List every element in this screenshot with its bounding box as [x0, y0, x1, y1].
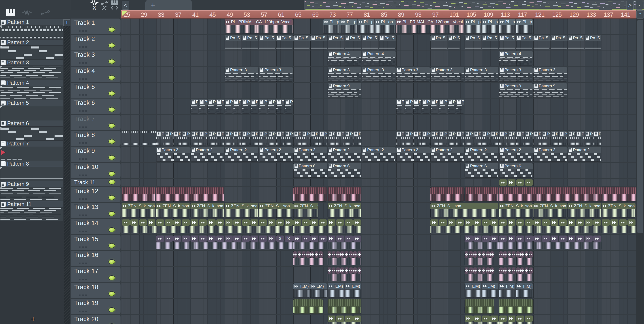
track-enable-led[interactable]	[108, 275, 115, 281]
pattern-item[interactable]: Pattern 1	[0, 19, 63, 39]
track-enable-led[interactable]	[108, 195, 115, 200]
clip-header[interactable]: Pa..1	[508, 131, 516, 137]
clip[interactable]: Pattern 6	[294, 163, 327, 177]
clip[interactable]: Pa..1	[259, 99, 267, 113]
clip-header[interactable]: ZEN_S..k_soa	[225, 203, 258, 209]
clip-header[interactable]: Pattern 3	[533, 67, 567, 73]
clip[interactable]: PL_PRIMAL_CA..120bpm_Vocal	[396, 19, 464, 33]
clip[interactable]	[430, 219, 438, 226]
clip[interactable]	[319, 251, 323, 258]
clip[interactable]	[508, 236, 516, 242]
clip[interactable]	[259, 219, 267, 226]
clip-header[interactable]: Pa..5	[516, 35, 533, 41]
clip[interactable]: P..1	[593, 131, 601, 145]
add-pattern-button[interactable]: +	[26, 315, 40, 323]
clip[interactable]: Pa..1	[508, 131, 516, 145]
clip[interactable]: Pa..1	[294, 131, 301, 145]
clip-header[interactable]: Pa..1	[405, 99, 412, 105]
clip[interactable]	[465, 219, 472, 226]
clip-header[interactable]: Pa..1	[405, 131, 412, 137]
clip-header[interactable]: Pa..1	[216, 131, 224, 137]
track-options-dots[interactable]	[79, 215, 88, 216]
clip-header[interactable]: T..M)	[294, 283, 310, 289]
track-options-dots[interactable]	[79, 46, 88, 48]
track-header[interactable]: Track 3	[71, 50, 120, 66]
clip[interactable]: Pa..5	[550, 35, 567, 49]
clip-header[interactable]: Pa..1	[328, 131, 336, 137]
clip-header[interactable]: Pattern 3	[225, 67, 258, 73]
clip[interactable]	[156, 219, 164, 226]
clip[interactable]: Pa..1	[225, 131, 232, 145]
clip-header[interactable]: Pa..5	[430, 35, 447, 41]
clip[interactable]	[465, 251, 468, 258]
pattern-list-scrollbar[interactable]	[64, 19, 70, 324]
clip[interactable]: Pa..1	[190, 131, 198, 145]
clip[interactable]	[474, 236, 481, 242]
clip[interactable]: Pa..1	[250, 131, 258, 145]
clip-header[interactable]: Pa..1	[422, 99, 430, 105]
clip[interactable]	[482, 251, 486, 258]
clip[interactable]: Pa..1	[482, 131, 490, 145]
track-name[interactable]: Track 19	[74, 300, 98, 307]
clip-header[interactable]: ZEN_S..k_soa	[156, 203, 190, 209]
clip[interactable]: Pa..1	[550, 131, 558, 145]
clip[interactable]: Pattern 3	[533, 67, 567, 81]
clip-header[interactable]: Pa..5	[345, 35, 361, 41]
clip-header[interactable]: Pa..1	[490, 131, 498, 137]
clip[interactable]: PL..p	[340, 19, 357, 33]
clip[interactable]	[216, 219, 224, 226]
clip-header[interactable]: Pa..5	[533, 35, 550, 41]
track-lane[interactable]	[121, 179, 636, 186]
clip[interactable]: Pa..1	[456, 131, 464, 145]
clip-header[interactable]: Pa..1	[550, 131, 558, 137]
track-enable-led[interactable]	[108, 307, 115, 312]
clip[interactable]	[298, 251, 301, 258]
track-name[interactable]: Track 9	[74, 147, 95, 154]
clip[interactable]	[294, 236, 301, 242]
clip[interactable]	[585, 219, 592, 226]
clip-header[interactable]: Pa..5	[465, 35, 481, 41]
clip[interactable]: Pa..1	[430, 131, 438, 145]
clip[interactable]	[328, 251, 331, 258]
clip[interactable]: Pa..1	[319, 131, 327, 145]
clip[interactable]: T..M)	[328, 283, 344, 298]
clip[interactable]: Pa..1	[242, 131, 250, 145]
clip[interactable]: Pa..1	[268, 131, 276, 145]
clip[interactable]: Pattern 2	[362, 147, 395, 161]
slide-tool-icon[interactable]	[100, 5, 110, 10]
clip-header[interactable]: Pa..1	[559, 131, 567, 137]
piano-icon[interactable]	[6, 9, 15, 16]
clip-header[interactable]: Pa..1	[456, 131, 464, 137]
clip[interactable]	[525, 236, 533, 242]
track-header[interactable]: Track 15	[71, 235, 120, 250]
clip[interactable]: Pa..1	[396, 99, 404, 113]
clip-header[interactable]: Pa..5	[225, 35, 241, 41]
clip-header[interactable]: Pa..1	[276, 99, 284, 105]
track-name[interactable]: Track 1	[74, 19, 95, 26]
clip-header[interactable]: Pa..1	[439, 99, 447, 105]
clip-header[interactable]: PL..p	[482, 19, 498, 25]
clip[interactable]	[336, 251, 340, 258]
clip[interactable]	[233, 219, 241, 226]
clip[interactable]: Pa..5	[465, 35, 481, 49]
clip-header[interactable]: Pa..1	[448, 131, 456, 137]
clip[interactable]: Pa..1	[490, 131, 498, 145]
clip-header[interactable]: Pa..1	[430, 131, 438, 137]
track-header[interactable]: Track 7	[71, 115, 120, 130]
clip[interactable]	[465, 236, 472, 242]
track-name[interactable]: Track 11	[74, 179, 96, 185]
clip[interactable]	[465, 268, 468, 274]
track-header[interactable]: Track 8	[71, 131, 120, 146]
clip-header[interactable]: P..1	[353, 131, 361, 137]
clip-header[interactable]: Pa..1	[310, 131, 318, 137]
clip[interactable]	[602, 219, 610, 226]
clip[interactable]	[430, 187, 464, 202]
clip[interactable]	[439, 219, 447, 226]
clip-header[interactable]: Pattern 2	[225, 147, 258, 153]
clip[interactable]: Pa..1	[242, 99, 250, 113]
clip-header[interactable]: Pa..1	[345, 131, 353, 137]
clip-header[interactable]: Pa..1	[499, 131, 507, 137]
scroll-right-button[interactable]: >	[626, 1, 634, 9]
clip-header[interactable]: Pa..1	[422, 131, 430, 137]
clip[interactable]: Pa..5	[533, 35, 550, 49]
